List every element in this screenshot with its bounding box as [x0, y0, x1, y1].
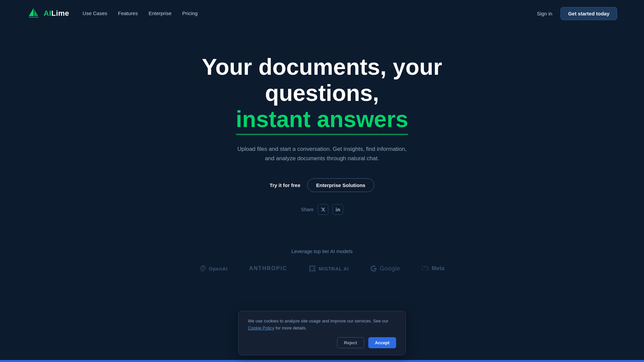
svg-marker-0: [29, 8, 34, 16]
google-text: Google: [380, 265, 400, 272]
nav-link-pricing[interactable]: Pricing: [182, 10, 198, 16]
openai-icon: [200, 265, 206, 272]
cookie-policy-link[interactable]: Cookie Policy: [248, 325, 274, 330]
openai-text: OpenAI: [209, 266, 228, 272]
nav-left: AILime Use Cases Features Enterprise Pri…: [27, 7, 198, 20]
partners-row: OpenAI ANTHROPIC MISTRAL AI: [200, 265, 445, 272]
svg-rect-6: [309, 268, 311, 269]
x-twitter-share-button[interactable]: [318, 204, 328, 215]
partners-section: Leverage top tier AI models OpenAI ANTHR…: [0, 235, 644, 292]
nav-item-pricing[interactable]: Pricing: [182, 10, 198, 16]
try-free-link[interactable]: Try it for free: [270, 182, 301, 188]
linkedin-icon: [335, 207, 340, 212]
linkedin-share-button[interactable]: [332, 204, 343, 215]
nav-link-features[interactable]: Features: [118, 10, 138, 16]
cookie-buttons: Reject Accept: [248, 337, 396, 348]
google-icon: [370, 265, 377, 272]
sign-in-button[interactable]: Sign in: [537, 11, 552, 16]
meta-logo: Meta: [422, 265, 444, 272]
meta-icon: [422, 265, 429, 272]
nav-item-enterprise[interactable]: Enterprise: [149, 10, 171, 16]
svg-rect-5: [314, 265, 316, 267]
cookie-text: We use cookies to analyze site usage and…: [248, 318, 396, 332]
reject-button[interactable]: Reject: [337, 337, 364, 348]
mistral-icon: [309, 265, 316, 272]
svg-rect-7: [314, 268, 316, 269]
hero-title-line1: Your documents, your questions,: [202, 54, 442, 106]
anthropic-text: ANTHROPIC: [249, 265, 287, 272]
cookie-banner: We use cookies to analyze site usage and…: [238, 311, 406, 355]
logo-text: AILime: [44, 9, 69, 18]
svg-marker-1: [34, 9, 38, 16]
bottom-bar: [0, 360, 644, 362]
anthropic-logo: ANTHROPIC: [249, 265, 287, 272]
enterprise-solutions-button[interactable]: Enterprise Solutions: [307, 178, 375, 192]
hero-title-line2: instant answers: [236, 106, 408, 132]
mistral-text: MISTRAL AI: [319, 266, 349, 272]
svg-rect-3: [309, 265, 311, 267]
openai-logo: OpenAI: [200, 265, 228, 272]
svg-rect-9: [311, 270, 313, 272]
share-row: Share: [301, 204, 343, 215]
accept-button[interactable]: Accept: [368, 337, 396, 348]
nav-item-use-cases[interactable]: Use Cases: [83, 10, 107, 16]
svg-rect-2: [29, 17, 39, 18]
nav-links: Use Cases Features Enterprise Pricing: [83, 10, 198, 16]
svg-rect-10: [314, 270, 316, 272]
nav-link-enterprise[interactable]: Enterprise: [149, 10, 171, 16]
nav-right: Sign in Get started today: [537, 7, 617, 20]
svg-rect-4: [311, 265, 313, 267]
navbar: AILime Use Cases Features Enterprise Pri…: [0, 0, 644, 27]
hero-section: Your documents, your questions, instant …: [0, 27, 644, 235]
get-started-button[interactable]: Get started today: [560, 7, 617, 20]
partners-label: Leverage top tier AI models: [291, 248, 353, 254]
x-icon: [321, 207, 325, 212]
meta-text: Meta: [432, 265, 444, 272]
hero-title: Your documents, your questions, instant …: [171, 54, 473, 132]
mistral-logo: MISTRAL AI: [309, 265, 349, 272]
logo-icon: [27, 7, 40, 20]
svg-rect-8: [309, 270, 311, 272]
nav-item-features[interactable]: Features: [118, 10, 138, 16]
hero-cta: Try it for free Enterprise Solutions: [270, 178, 374, 192]
google-logo: Google: [370, 265, 400, 272]
logo[interactable]: AILime: [27, 7, 69, 20]
hero-subtitle: Upload files and start a conversation. G…: [235, 144, 409, 164]
share-label: Share: [301, 207, 313, 212]
nav-link-use-cases[interactable]: Use Cases: [83, 10, 107, 16]
